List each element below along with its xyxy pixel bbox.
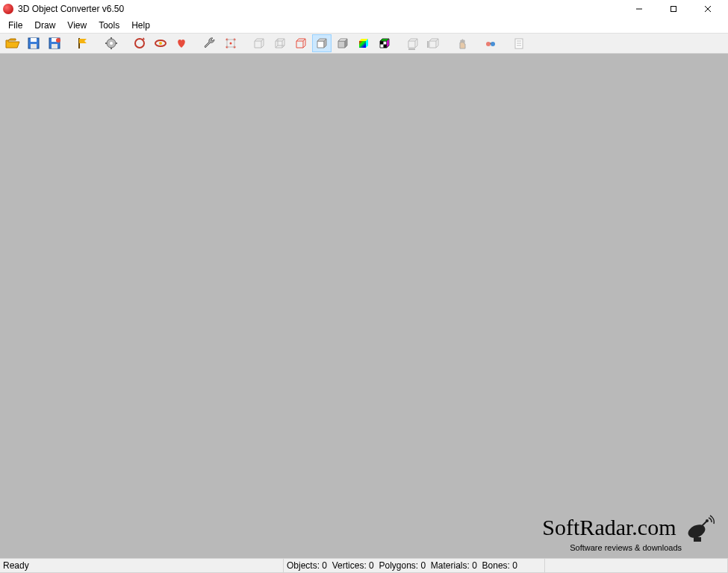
flag-icon — [76, 37, 90, 50]
rotate-axis-icon — [133, 37, 146, 50]
menu-help[interactable]: Help — [126, 19, 155, 31]
app-icon — [3, 4, 13, 14]
rotate-heart-button[interactable] — [172, 34, 191, 52]
watermark: SoftRadar.com Software reviews & downloa… — [542, 515, 715, 552]
save-as-icon — [48, 37, 61, 50]
window-title: 3D Object Converter v6.50 — [18, 4, 622, 14]
cube-wire1-icon — [252, 37, 266, 50]
save-button[interactable] — [24, 34, 43, 52]
measure2-button[interactable] — [424, 34, 444, 52]
svg-point-37 — [486, 42, 491, 46]
rotate-axis-button[interactable] — [130, 34, 149, 52]
menu-bar: File Draw View Tools Help — [0, 18, 728, 33]
svg-rect-6 — [31, 44, 37, 48]
cube-measure1-icon — [406, 37, 420, 50]
cube-checker-icon — [378, 37, 391, 50]
menu-file[interactable]: File — [3, 19, 28, 31]
svg-point-20 — [159, 42, 162, 45]
status-empty — [545, 559, 728, 573]
save-as-button[interactable] — [45, 34, 64, 52]
svg-point-13 — [110, 42, 113, 45]
wireframe2-button[interactable] — [270, 34, 290, 52]
cube-wire2-icon — [273, 37, 287, 50]
rotate-heart-icon — [175, 37, 188, 50]
viewport[interactable]: SoftRadar.com Software reviews & downloa… — [0, 54, 728, 558]
app-window: 3D Object Converter v6.50 File Draw View… — [0, 0, 728, 573]
colored-button[interactable] — [354, 34, 373, 52]
wrench-icon — [203, 37, 217, 50]
list-button[interactable] — [509, 34, 529, 52]
window-controls — [622, 0, 725, 18]
shaded-button[interactable] — [333, 34, 352, 52]
hand-button[interactable] — [452, 34, 472, 52]
wireframe1-button[interactable] — [249, 34, 269, 52]
cube-measure2-icon — [427, 37, 441, 50]
svg-rect-5 — [31, 38, 37, 42]
menu-draw[interactable]: Draw — [29, 19, 60, 31]
svg-point-23 — [230, 43, 232, 45]
title-bar: 3D Object Converter v6.50 — [0, 0, 728, 18]
textured-button[interactable] — [375, 34, 394, 52]
svg-point-10 — [56, 38, 60, 43]
cube-solid-icon — [315, 37, 329, 50]
solid-button[interactable] — [312, 34, 332, 52]
maximize-icon — [670, 5, 677, 13]
cube-shaded-icon — [336, 37, 349, 50]
menu-tools[interactable]: Tools — [93, 19, 125, 31]
open-button[interactable] — [3, 34, 22, 52]
menu-view[interactable]: View — [62, 19, 92, 31]
hand-icon — [455, 37, 469, 50]
status-bar: Ready Objects: 0 Vertices: 0 Polygons: 0… — [0, 558, 728, 573]
svg-point-38 — [491, 42, 495, 46]
flag-button[interactable] — [73, 34, 93, 52]
wireframe-red-button[interactable] — [291, 34, 311, 52]
toolbar — [0, 33, 728, 54]
cube-color-icon — [357, 37, 370, 50]
minimize-button[interactable] — [622, 0, 656, 18]
glasses-button[interactable] — [481, 34, 500, 52]
svg-rect-34 — [384, 45, 388, 48]
rotate-ring-button[interactable] — [151, 34, 170, 52]
close-icon — [704, 5, 712, 13]
svg-rect-9 — [52, 44, 57, 48]
status-stats: Objects: 0 Vertices: 0 Polygons: 0 Mater… — [284, 559, 545, 573]
cube-wire-red-icon — [294, 37, 308, 50]
status-ready: Ready — [0, 559, 284, 573]
rotate-ring-icon — [154, 37, 167, 50]
folder-open-icon — [5, 37, 20, 50]
maximize-button[interactable] — [656, 0, 691, 18]
radar-icon — [685, 515, 715, 545]
measure1-button[interactable] — [403, 34, 423, 52]
points-icon — [224, 37, 237, 50]
watermark-text: SoftRadar.com — [542, 515, 676, 539]
close-button[interactable] — [691, 0, 725, 18]
gear-icon — [105, 37, 118, 50]
svg-rect-47 — [694, 537, 701, 542]
svg-rect-33 — [380, 41, 384, 45]
settings-button[interactable] — [102, 34, 121, 52]
svg-point-18 — [135, 39, 144, 48]
list-icon — [512, 37, 526, 50]
minimize-icon — [635, 5, 643, 13]
points-button[interactable] — [221, 34, 240, 52]
save-icon — [27, 37, 40, 50]
svg-point-46 — [706, 519, 709, 522]
wrench-button[interactable] — [200, 34, 220, 52]
svg-rect-1 — [671, 7, 676, 12]
glasses-icon — [484, 37, 497, 50]
